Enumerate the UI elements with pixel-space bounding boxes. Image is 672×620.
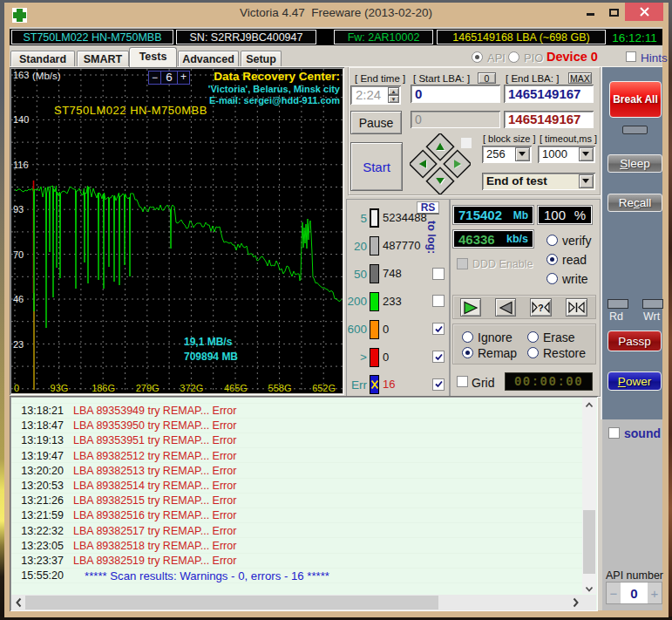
svg-text:465G: 465G xyxy=(224,383,248,393)
svg-text:?: ? xyxy=(538,303,544,313)
svg-text:279G: 279G xyxy=(136,383,160,393)
svg-text:93G: 93G xyxy=(51,383,69,393)
svg-text:70: 70 xyxy=(13,249,24,260)
svg-text:558G: 558G xyxy=(268,383,292,393)
svg-text:116: 116 xyxy=(13,160,29,170)
svg-text:46: 46 xyxy=(13,294,24,304)
svg-text:372G: 372G xyxy=(180,383,203,393)
svg-text:0: 0 xyxy=(14,383,19,393)
svg-text:140: 140 xyxy=(13,114,29,125)
svg-text:186G: 186G xyxy=(92,383,115,393)
svg-text:652G: 652G xyxy=(312,383,336,393)
svg-text:93: 93 xyxy=(13,204,24,215)
svg-text:23: 23 xyxy=(13,339,24,350)
